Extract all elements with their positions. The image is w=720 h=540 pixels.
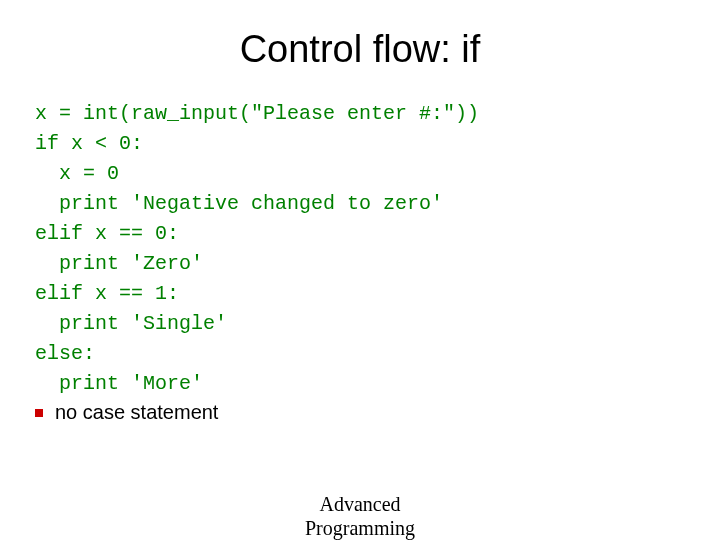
- bullet-item: no case statement: [35, 401, 685, 424]
- code-line: elif x == 1:: [35, 282, 179, 305]
- code-line: print 'More': [35, 372, 203, 395]
- footer-line: Advanced: [0, 492, 720, 516]
- slide-title: Control flow: if: [35, 28, 685, 71]
- code-line: print 'Zero': [35, 252, 203, 275]
- code-line: x = int(raw_input("Please enter #:")): [35, 102, 479, 125]
- bullet-text: no case statement: [55, 401, 218, 424]
- code-block: x = int(raw_input("Please enter #:")) if…: [35, 99, 685, 399]
- bullet-square-icon: [35, 409, 43, 417]
- slide-footer: Advanced Programming: [0, 492, 720, 540]
- code-line: elif x == 0:: [35, 222, 179, 245]
- code-line: print 'Negative changed to zero': [35, 192, 443, 215]
- code-line: if x < 0:: [35, 132, 143, 155]
- footer-line: Programming: [0, 516, 720, 540]
- code-line: else:: [35, 342, 95, 365]
- code-line: x = 0: [35, 162, 119, 185]
- code-line: print 'Single': [35, 312, 227, 335]
- slide-container: Control flow: if x = int(raw_input("Plea…: [0, 0, 720, 444]
